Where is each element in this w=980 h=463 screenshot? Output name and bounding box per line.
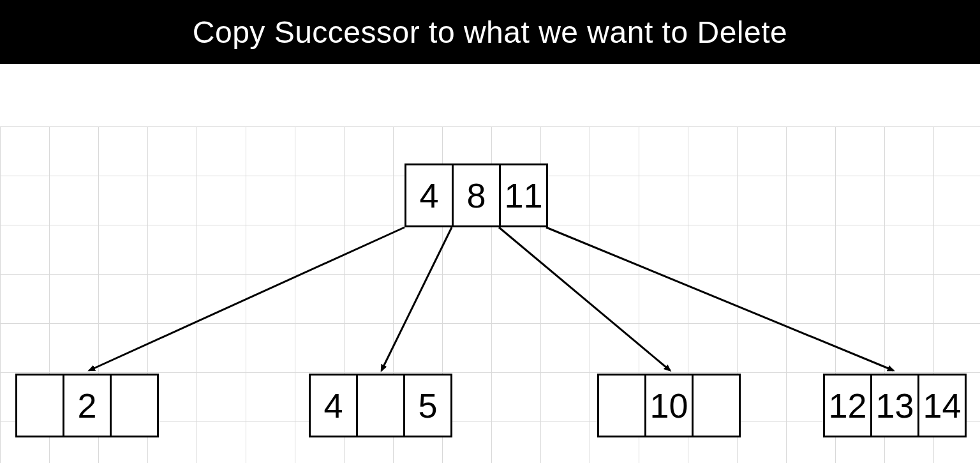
child1-key-0: 4	[309, 374, 358, 437]
btree-child-node-1: 4 5	[309, 374, 452, 437]
root-key-0: 4	[405, 163, 454, 227]
child3-key-0: 12	[823, 374, 872, 437]
btree-root-node: 4 8 11	[405, 163, 548, 227]
title-bar: Copy Successor to what we want to Delete	[0, 0, 980, 64]
btree-child-node-2: 10	[597, 374, 741, 437]
child1-key-2: 5	[403, 374, 452, 437]
root-key-2: 11	[499, 163, 548, 227]
child1-key-1	[356, 374, 405, 437]
child3-key-2: 14	[917, 374, 967, 437]
btree-child-node-3: 12 13 14	[823, 374, 967, 437]
root-key-1: 8	[452, 163, 501, 227]
child2-key-0	[597, 374, 646, 437]
btree-child-node-0: 2	[15, 374, 159, 437]
child2-key-1: 10	[644, 374, 694, 437]
child2-key-2	[692, 374, 741, 437]
child0-key-2	[110, 374, 159, 437]
child3-key-1: 13	[870, 374, 919, 437]
child0-key-0	[15, 374, 64, 437]
child0-key-1: 2	[63, 374, 112, 437]
title-text: Copy Successor to what we want to Delete	[193, 15, 787, 50]
